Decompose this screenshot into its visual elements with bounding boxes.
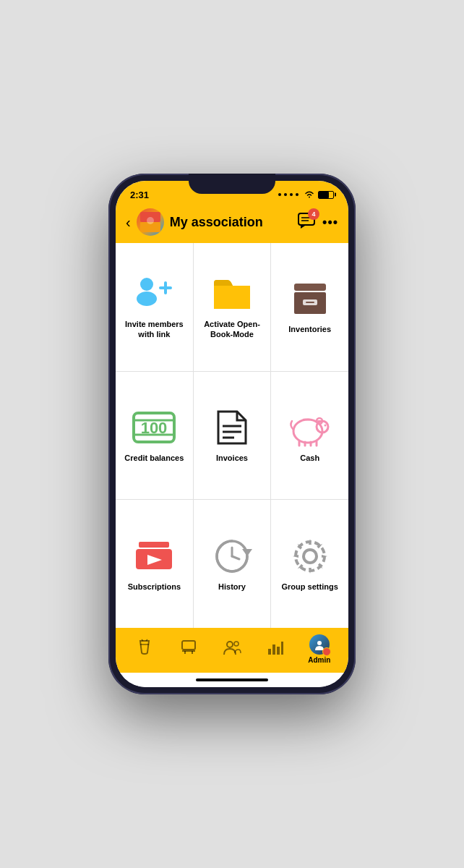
invoices-label: Invoices (216, 453, 248, 463)
grid-item-invite-members[interactable]: Invite members with link (116, 243, 193, 371)
svg-marker-35 (242, 549, 252, 556)
avatar (137, 208, 164, 236)
members-icon (223, 640, 241, 658)
grid-item-subscriptions[interactable]: Subscriptions (116, 500, 193, 628)
nav-item-stats[interactable] (254, 640, 297, 658)
cash-label: Cash (300, 453, 319, 463)
wifi-icon (304, 190, 315, 200)
svg-point-54 (325, 650, 329, 654)
stats-icon (267, 640, 283, 658)
grid-item-cash[interactable]: Cash (271, 372, 348, 500)
header-actions: 4 ••• (298, 213, 338, 232)
header: ‹ My association (116, 204, 348, 243)
notification-button[interactable]: 4 (298, 213, 315, 232)
battery-icon (318, 191, 334, 199)
signal-dot2 (284, 193, 287, 196)
settings-icon (287, 537, 333, 576)
history-icon (209, 537, 255, 576)
folder-icon (209, 274, 255, 313)
grid-item-history[interactable]: History (194, 500, 271, 628)
svg-rect-10 (294, 284, 326, 291)
grid-item-invoices[interactable]: Invoices (194, 372, 271, 500)
menu-grid: Invite members with link Activate Open-B… (116, 243, 348, 628)
notch (189, 174, 275, 194)
status-time: 2:31 (130, 190, 149, 200)
svg-rect-43 (182, 641, 195, 650)
svg-rect-49 (268, 649, 271, 655)
subscriptions-label: Subscriptions (128, 582, 181, 592)
svg-rect-31 (139, 542, 169, 548)
status-icons (278, 190, 334, 200)
svg-rect-51 (277, 647, 280, 655)
piggy-icon (287, 408, 333, 447)
archive-icon (287, 279, 333, 318)
signal-dot4 (296, 193, 298, 196)
drink-icon (137, 639, 152, 659)
inventories-label: Inventories (288, 324, 331, 334)
subscriptions-icon (131, 537, 177, 576)
svg-line-37 (232, 556, 239, 559)
svg-point-6 (140, 278, 153, 291)
history-label: History (218, 582, 246, 592)
signal-dot3 (290, 193, 293, 196)
admin-badge (322, 647, 331, 656)
nav-item-food[interactable] (166, 639, 210, 659)
svg-point-25 (324, 424, 326, 426)
notification-badge: 4 (308, 208, 319, 220)
svg-point-7 (137, 292, 157, 306)
svg-point-2 (147, 217, 154, 224)
open-book-mode-label: Activate Open-Book-Mode (199, 319, 265, 340)
admin-label: Admin (308, 656, 330, 664)
svg-point-53 (317, 641, 322, 645)
food-icon (181, 639, 197, 659)
credit-balances-label: Credit balances (124, 453, 184, 463)
svg-point-47 (227, 642, 233, 647)
home-indicator (116, 673, 348, 687)
group-settings-label: Group settings (282, 582, 338, 592)
phone-frame: 2:31 ‹ (108, 174, 356, 694)
grid-item-inventories[interactable]: Inventories (271, 243, 348, 371)
svg-point-48 (234, 642, 239, 646)
svg-rect-13 (306, 302, 314, 303)
nav-item-admin[interactable]: Admin (298, 634, 341, 664)
invite-icon (131, 274, 177, 313)
bottom-nav: Admin (116, 628, 348, 673)
admin-avatar (309, 634, 330, 655)
credit-icon: 100 (131, 408, 177, 447)
more-button[interactable]: ••• (322, 215, 338, 230)
back-button[interactable]: ‹ (126, 214, 131, 231)
svg-rect-52 (281, 642, 283, 655)
invite-members-label: Invite members with link (121, 319, 187, 340)
home-bar (196, 678, 268, 681)
nav-item-drinks[interactable] (123, 639, 166, 659)
grid-item-open-book-mode[interactable]: Activate Open-Book-Mode (194, 243, 271, 371)
signal-dot1 (278, 193, 281, 196)
page-title: My association (170, 215, 292, 230)
svg-rect-50 (272, 644, 275, 655)
nav-item-members[interactable] (210, 640, 254, 658)
phone-screen: 2:31 ‹ (116, 181, 348, 687)
invoice-icon (209, 408, 255, 447)
svg-point-38 (304, 550, 317, 563)
grid-item-credit-balances[interactable]: 100 Credit balances (116, 372, 193, 500)
grid-item-group-settings[interactable]: Group settings (271, 500, 348, 628)
